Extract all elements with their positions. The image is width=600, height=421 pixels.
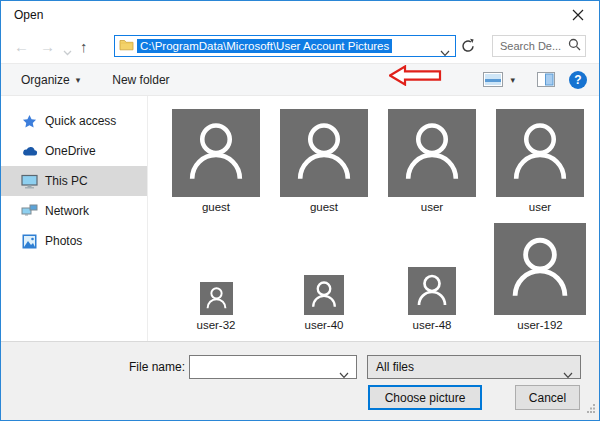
person-icon bbox=[172, 109, 260, 197]
person-icon bbox=[494, 223, 586, 315]
search-icon[interactable] bbox=[568, 37, 581, 55]
search-input[interactable] bbox=[500, 40, 568, 52]
open-dialog: Open ← → ↑ C:\ProgramData\Microsoft\User… bbox=[0, 0, 600, 421]
person-icon bbox=[280, 109, 368, 197]
file-name-input[interactable] bbox=[194, 360, 334, 374]
user-picture-tile bbox=[280, 109, 368, 197]
file-name-field-label: File name: bbox=[128, 360, 185, 374]
choose-picture-button[interactable]: Choose picture bbox=[368, 385, 482, 410]
close-icon[interactable] bbox=[571, 8, 585, 22]
file-name-label: guest bbox=[202, 201, 230, 213]
user-picture-tile bbox=[388, 109, 476, 197]
resize-grip[interactable] bbox=[587, 399, 596, 417]
title-bar: Open bbox=[1, 1, 599, 29]
cancel-button[interactable]: Cancel bbox=[515, 385, 580, 410]
new-folder-button[interactable]: New folder bbox=[112, 73, 169, 87]
file-item[interactable]: user-40 bbox=[270, 275, 378, 331]
organize-label: Organize bbox=[21, 73, 70, 87]
organize-caret-icon: ▾ bbox=[76, 75, 81, 85]
person-icon bbox=[200, 282, 233, 315]
file-item[interactable]: user-48 bbox=[378, 267, 486, 331]
sidebar-item-label: OneDrive bbox=[45, 144, 96, 158]
navigation-pane: Quick access OneDrive This PC Network bbox=[1, 96, 148, 341]
preview-pane-icon[interactable] bbox=[537, 72, 555, 87]
file-item[interactable]: user bbox=[378, 109, 486, 213]
this-pc-icon bbox=[21, 174, 38, 189]
sidebar-item-label: Photos bbox=[45, 234, 82, 248]
address-bar[interactable]: C:\ProgramData\Microsoft\User Account Pi… bbox=[114, 35, 456, 57]
up-icon[interactable]: ↑ bbox=[80, 39, 88, 54]
file-name-label: user bbox=[529, 201, 551, 213]
window-title: Open bbox=[14, 8, 43, 22]
file-name-label: user-48 bbox=[413, 319, 452, 331]
sidebar-item-photos[interactable]: Photos bbox=[1, 226, 147, 256]
user-picture-tile bbox=[408, 267, 456, 315]
dialog-footer: File name: All files Choose picture Canc… bbox=[1, 341, 599, 420]
back-icon[interactable]: ← bbox=[14, 39, 29, 54]
address-dropdown-chevron-icon[interactable] bbox=[440, 43, 450, 61]
user-picture-tile bbox=[172, 109, 260, 197]
file-item[interactable]: user bbox=[486, 109, 594, 213]
sidebar-item-quick-access[interactable]: Quick access bbox=[1, 106, 147, 136]
dialog-body: Quick access OneDrive This PC Network bbox=[1, 96, 599, 341]
file-type-chevron-icon[interactable] bbox=[563, 365, 573, 383]
sidebar-item-onedrive[interactable]: OneDrive bbox=[1, 136, 147, 166]
person-icon bbox=[388, 109, 476, 197]
annotation-arrow-icon bbox=[389, 65, 442, 86]
command-toolbar: Organize ▾ New folder ▾ ? bbox=[1, 63, 599, 96]
search-box[interactable] bbox=[492, 35, 586, 57]
refresh-icon[interactable] bbox=[460, 38, 478, 56]
new-folder-label: New folder bbox=[112, 73, 169, 87]
sidebar-item-label: This PC bbox=[45, 174, 88, 188]
person-icon bbox=[496, 109, 584, 197]
sidebar-item-network[interactable]: Network bbox=[1, 196, 147, 226]
file-name-label: user-192 bbox=[517, 319, 562, 331]
file-type-value: All files bbox=[376, 360, 414, 374]
file-type-select[interactable]: All files bbox=[367, 355, 581, 379]
sidebar-item-label: Quick access bbox=[45, 114, 116, 128]
file-name-label: guest bbox=[310, 201, 338, 213]
onedrive-cloud-icon bbox=[21, 145, 38, 157]
user-picture-tile bbox=[304, 275, 344, 315]
sidebar-item-this-pc[interactable]: This PC bbox=[1, 166, 147, 196]
file-name-label: user-40 bbox=[305, 319, 344, 331]
person-icon bbox=[304, 275, 344, 315]
quick-access-star-icon bbox=[21, 114, 38, 129]
user-picture-tile bbox=[200, 282, 233, 315]
file-item[interactable]: user-192 bbox=[486, 223, 594, 331]
address-path: C:\ProgramData\Microsoft\User Account Pi… bbox=[137, 39, 392, 53]
file-item[interactable]: guest bbox=[162, 109, 270, 213]
file-list: guest guest user bbox=[148, 96, 599, 341]
folder-icon bbox=[119, 37, 134, 55]
network-icon bbox=[21, 204, 38, 218]
person-icon bbox=[408, 267, 456, 315]
file-name-label: user bbox=[421, 201, 443, 213]
file-item[interactable]: guest bbox=[270, 109, 378, 213]
file-name-combo[interactable] bbox=[189, 355, 357, 379]
views-thumbnail-icon[interactable] bbox=[483, 72, 503, 87]
file-name-chevron-icon[interactable] bbox=[339, 365, 349, 383]
file-name-label: user-32 bbox=[197, 319, 236, 331]
organize-button[interactable]: Organize ▾ bbox=[21, 73, 80, 87]
user-picture-tile bbox=[496, 109, 584, 197]
recent-locations-chevron-icon[interactable] bbox=[63, 42, 72, 60]
file-item[interactable]: user-32 bbox=[162, 282, 270, 331]
navigation-bar: ← → ↑ C:\ProgramData\Microsoft\User Acco… bbox=[1, 29, 599, 63]
sidebar-item-label: Network bbox=[45, 204, 89, 218]
user-picture-tile bbox=[494, 223, 586, 315]
forward-icon[interactable]: → bbox=[40, 39, 55, 54]
help-icon[interactable]: ? bbox=[569, 71, 587, 89]
views-caret-icon[interactable]: ▾ bbox=[510, 75, 515, 85]
photos-icon bbox=[21, 234, 38, 249]
